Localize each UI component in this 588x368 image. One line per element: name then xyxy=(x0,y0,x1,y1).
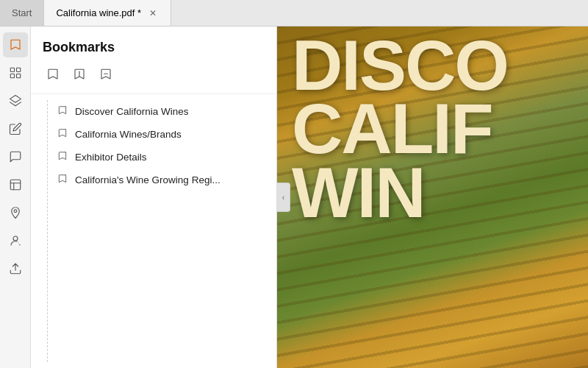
tab-start[interactable]: Start xyxy=(0,0,44,26)
pdf-preview-area: ‹ DISCO CALIF WIN xyxy=(277,26,588,368)
bookmark-item-icon xyxy=(57,151,68,163)
svg-marker-4 xyxy=(10,96,21,103)
pdf-poster: DISCO CALIF WIN xyxy=(277,26,588,368)
bookmark-item[interactable]: Discover California Wines xyxy=(31,100,276,123)
bookmark-item-icon xyxy=(57,128,68,141)
pdf-big-text-line1: DISCO xyxy=(292,34,508,97)
svg-point-9 xyxy=(13,236,18,241)
add-bookmark-button[interactable] xyxy=(43,64,63,85)
file-sidebar-icon[interactable] xyxy=(3,172,28,197)
bookmark-item[interactable]: California Wines/Brands xyxy=(31,123,276,146)
pdf-big-text-line2: CALIF xyxy=(292,97,492,160)
svg-rect-3 xyxy=(16,74,20,78)
location-sidebar-icon[interactable] xyxy=(3,200,28,225)
bookmark-item-icon xyxy=(57,174,68,186)
svg-rect-5 xyxy=(10,180,21,190)
svg-rect-2 xyxy=(10,74,14,78)
bookmark-item[interactable]: California's Wine Growing Regi... xyxy=(31,169,276,191)
bookmark-item[interactable]: Exhibitor Details xyxy=(31,146,276,169)
svg-point-8 xyxy=(14,210,17,213)
bookmarks-panel: Bookmarks Discover California Wines xyxy=(31,26,277,368)
tab-start-label: Start xyxy=(12,7,32,18)
rename-bookmark-button[interactable] xyxy=(69,64,90,85)
panel-collapse-handle[interactable]: ‹ xyxy=(277,183,290,212)
bookmarks-title: Bookmarks xyxy=(43,40,265,55)
svg-rect-0 xyxy=(10,68,14,71)
layers-sidebar-icon[interactable] xyxy=(3,88,28,113)
tab-pdf[interactable]: California wine.pdf * ✕ xyxy=(44,0,171,26)
pdf-big-text-line3: WIN xyxy=(292,161,425,224)
tab-close-button[interactable]: ✕ xyxy=(147,7,159,19)
bookmark-item-text: Exhibitor Details xyxy=(75,152,147,163)
tab-pdf-label: California wine.pdf * xyxy=(56,7,141,18)
export-sidebar-icon[interactable] xyxy=(3,256,28,281)
bookmark-item-text: California's Wine Growing Regi... xyxy=(75,174,220,185)
bookmark-sidebar-icon[interactable] xyxy=(3,32,28,57)
main-area: ↑ Bookmarks xyxy=(0,26,588,368)
svg-text:↑: ↑ xyxy=(18,241,20,245)
pdf-text-overlay: DISCO CALIF WIN xyxy=(277,26,588,368)
bookmarks-header: Bookmarks xyxy=(31,26,276,94)
bookmark-item-text: Discover California Wines xyxy=(75,106,189,117)
person-sidebar-icon[interactable]: ↑ xyxy=(3,228,28,253)
bookmark-item-icon xyxy=(57,105,68,118)
bookmarks-list: Discover California Wines California Win… xyxy=(31,94,276,368)
svg-rect-1 xyxy=(16,68,20,71)
tab-bar: Start California wine.pdf * ✕ xyxy=(0,0,588,26)
edit-sidebar-icon[interactable] xyxy=(3,116,28,141)
bookmark-item-text: California Wines/Brands xyxy=(75,129,182,140)
bookmarks-toolbar xyxy=(43,64,265,85)
pages-sidebar-icon[interactable] xyxy=(3,60,28,85)
comment-sidebar-icon[interactable] xyxy=(3,144,28,169)
icon-sidebar: ↑ xyxy=(0,26,31,368)
delete-bookmark-button[interactable] xyxy=(96,64,116,85)
